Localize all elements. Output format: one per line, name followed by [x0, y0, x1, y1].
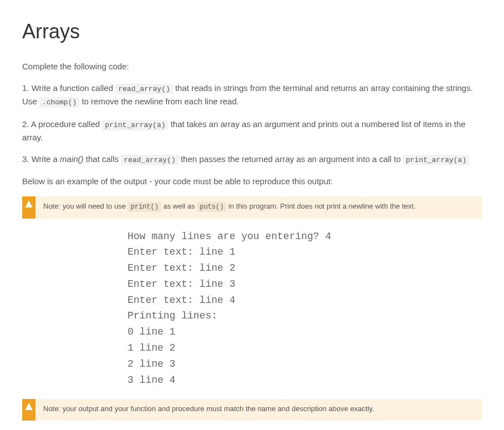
note-box-1: Note: you will need to use print() as we…	[22, 196, 482, 218]
text-fragment: then passes the returned array as an arg…	[179, 154, 403, 164]
text-fragment: 1. Write a function called	[22, 83, 115, 93]
code-print: print()	[128, 202, 161, 212]
warning-icon	[22, 399, 35, 421]
instruction-3: 3. Write a main() that calls read_array(…	[22, 153, 482, 166]
code-print-array-2: print_array(a)	[403, 155, 469, 165]
em-main: main()	[60, 154, 84, 164]
example-output: How many lines are you entering? 4 Enter…	[128, 229, 482, 388]
note-content-2: Note: your output and your function and …	[35, 399, 382, 421]
text-fragment: that calls	[84, 154, 121, 164]
text-fragment: in this program. Print does not print a …	[226, 202, 415, 210]
output-intro: Below is an example of the output - your…	[22, 175, 482, 188]
code-chomp: .chomp()	[39, 97, 79, 108]
text-fragment: 3. Write a	[22, 154, 60, 164]
page-title: Arrays	[22, 17, 482, 47]
code-puts: puts()	[197, 202, 226, 212]
note-box-2: Note: your output and your function and …	[22, 399, 482, 421]
instruction-2: 2. A procedure called print_array(a) tha…	[22, 118, 482, 144]
text-fragment: Note: you will need to use	[43, 202, 128, 210]
instruction-1: 1. Write a function called read_array() …	[22, 82, 482, 108]
code-read-array: read_array()	[115, 84, 173, 94]
note-content-1: Note: you will need to use print() as we…	[35, 196, 424, 218]
intro-text: Complete the following code:	[22, 60, 482, 73]
text-fragment: as well as	[161, 202, 197, 210]
warning-icon	[22, 196, 35, 218]
code-read-array-2: read_array()	[121, 155, 179, 165]
text-fragment: 2. A procedure called	[22, 119, 102, 129]
code-print-array: print_array(a)	[102, 120, 168, 130]
text-fragment: to remove the newline from each line rea…	[79, 97, 239, 106]
text-fragment: Note: your output and your function and …	[43, 404, 374, 413]
